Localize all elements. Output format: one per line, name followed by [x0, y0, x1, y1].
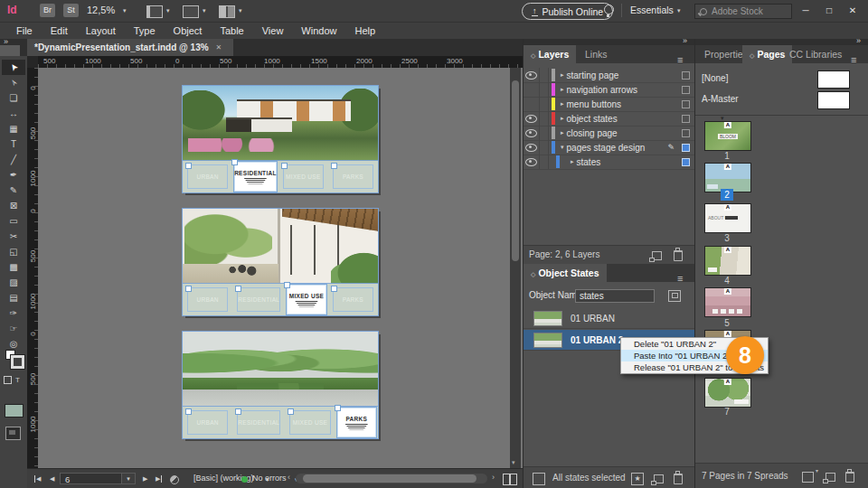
error-status[interactable]: No errors	[252, 474, 287, 483]
new-state-options-icon[interactable]: ★	[631, 473, 644, 485]
tab-close-icon[interactable]: ✕	[216, 43, 222, 52]
object-name-input[interactable]	[575, 289, 655, 303]
horizontal-scrollbar[interactable]	[296, 474, 487, 483]
note-tool[interactable]: ▤	[2, 290, 25, 305]
house-render-image[interactable]	[183, 86, 378, 161]
page-thumbnail-1[interactable]: A BLOOM	[704, 121, 751, 151]
collapse-panels-icon[interactable]: »	[683, 36, 687, 45]
gradient-tool[interactable]: ▩	[2, 259, 25, 275]
next-page-button[interactable]: ▶	[143, 475, 147, 483]
urban-button[interactable]: URBAN	[187, 287, 228, 312]
gradient-feather-tool[interactable]: ▨	[2, 275, 25, 290]
scroll-right-icon[interactable]: ›	[492, 473, 495, 482]
visibility-eye-icon[interactable]	[525, 115, 537, 123]
bridge-button[interactable]: Br	[40, 4, 55, 17]
vertical-ruler[interactable]: 050010000500100005001000	[27, 68, 38, 468]
mixed-use-button[interactable]: MIXED USE	[283, 164, 324, 189]
urban-button[interactable]: URBAN	[187, 164, 228, 189]
expand-arrow-icon[interactable]: ▸	[561, 86, 564, 93]
layer-select-square[interactable]	[682, 100, 690, 108]
layer-row-navigation-arrows[interactable]: ▸ navigation arrows	[524, 82, 695, 98]
page-tool[interactable]: ❏	[2, 90, 25, 106]
adobe-stock-search-input[interactable]: Adobe Stock	[694, 4, 792, 19]
document-canvas[interactable]: URBAN RESIDENTIAL MIXED USE PARKS URBAN …	[38, 68, 523, 468]
spread-page-parks[interactable]: URBAN RESIDENTIAL MIXED USE PARKS	[183, 332, 378, 438]
page-thumbnail-3[interactable]: A ABOUT US	[704, 203, 751, 233]
layer-row-menu-buttons[interactable]: ▸ menu buttons	[524, 97, 695, 112]
hand-tool[interactable]: ☞	[2, 321, 25, 336]
menu-type[interactable]: Type	[125, 25, 165, 36]
preflight-icon[interactable]	[170, 475, 179, 484]
tab-cc-libraries[interactable]: CC Libraries	[782, 45, 849, 63]
free-transform-tool[interactable]: ◱	[2, 244, 25, 259]
visibility-eye-empty[interactable]	[524, 82, 540, 97]
eyedropper-tool[interactable]: ✑	[2, 305, 25, 321]
stock-badge-button[interactable]: St	[63, 4, 79, 17]
menu-layout[interactable]: Layout	[77, 25, 125, 36]
screen-mode-preview-button[interactable]	[5, 427, 21, 440]
tab-layers[interactable]: ◇Layers	[524, 45, 576, 63]
menu-window[interactable]: Window	[292, 25, 345, 36]
expand-arrow-icon[interactable]: ▸	[561, 71, 564, 79]
last-page-button[interactable]: ▶	[156, 475, 162, 483]
spread-view-icon[interactable]	[503, 474, 517, 485]
layer-select-square[interactable]	[682, 86, 690, 94]
screen-mode-chevron-icon[interactable]: ▾	[203, 7, 206, 14]
menu-table[interactable]: Table	[211, 25, 252, 36]
document-tab[interactable]: *DynamicPresentation_start.indd @ 13% ✕	[27, 39, 233, 56]
page-thumbnail-4[interactable]: A	[704, 246, 751, 276]
residential-button[interactable]: RESIDENTIAL	[237, 287, 280, 312]
layer-row-pages-stage-design[interactable]: ▾ pages stage design ✎	[524, 140, 695, 155]
type-tool[interactable]: T	[2, 136, 25, 152]
frame-tool[interactable]: ⊠	[2, 198, 25, 213]
delete-page-icon[interactable]	[845, 472, 854, 483]
scissors-tool[interactable]: ✂	[2, 229, 25, 244]
visibility-eye-icon[interactable]	[525, 71, 537, 80]
arrange-chevron-icon[interactable]: ▾	[239, 7, 242, 14]
parks-button[interactable]: PARKS	[333, 287, 373, 312]
page-number-field[interactable]: 6 ▾	[60, 473, 136, 484]
maximize-button[interactable]: □	[819, 3, 839, 18]
page-number-5[interactable]: 5	[704, 318, 750, 328]
menu-help[interactable]: Help	[345, 25, 384, 36]
page-number-3[interactable]: 3	[704, 233, 750, 243]
park-render-image[interactable]	[183, 332, 378, 407]
horizontal-scrollbar-thumb[interactable]	[303, 474, 476, 483]
layer-row-closing-page[interactable]: ▸ closing page	[524, 126, 695, 141]
scroll-down-icon[interactable]: ▾	[512, 459, 515, 466]
layer-select-square[interactable]	[682, 144, 690, 152]
panel-menu-icon[interactable]: ≡	[851, 54, 856, 65]
first-page-button[interactable]: ◀	[34, 475, 41, 483]
page-thumbnail-7[interactable]: A	[704, 378, 751, 408]
pen-tool[interactable]: ✒	[2, 167, 25, 183]
vertical-scrollbar-thumb[interactable]	[512, 80, 519, 261]
layer-select-square[interactable]	[682, 71, 690, 80]
content-collector-tool[interactable]: ▦	[2, 121, 25, 136]
page-number-chevron-icon[interactable]: ▾	[121, 474, 135, 483]
delete-state-icon[interactable]	[674, 474, 683, 484]
expand-arrow-icon[interactable]: ▸	[571, 158, 574, 165]
layer-row-object-states[interactable]: ▸ object states	[524, 111, 695, 127]
tab-object-states[interactable]: ◇Object States	[524, 264, 607, 282]
spread-page-mixed-use[interactable]: URBAN RESIDENTIAL MIXED USE PARKS	[183, 209, 378, 315]
layer-select-square[interactable]	[682, 158, 690, 166]
preview-state-icon[interactable]	[533, 473, 545, 485]
gap-tool[interactable]: ↔	[2, 106, 25, 121]
pencil-tool[interactable]: ✎	[2, 183, 25, 198]
direct-selection-tool[interactable]: ➢	[2, 75, 25, 90]
spread-page-residential[interactable]: URBAN RESIDENTIAL MIXED USE PARKS	[183, 86, 378, 192]
state-row-01-urban[interactable]: 01 URBAN	[524, 308, 695, 329]
urban-button[interactable]: URBAN	[187, 410, 228, 435]
mixed-use-button[interactable]: MIXED USE	[286, 284, 326, 315]
view-options-chevron-icon[interactable]: ▾	[166, 7, 170, 14]
layer-row-starting-page[interactable]: ▸ starting page	[524, 68, 695, 83]
expand-arrow-icon[interactable]: ▸	[561, 100, 564, 108]
panel-menu-icon[interactable]: ≡	[677, 54, 683, 65]
fill-stroke-swatches[interactable]	[5, 350, 22, 366]
line-tool[interactable]: ╱	[2, 152, 25, 167]
formatting-container-icon[interactable]	[4, 376, 12, 384]
master-thumbnail[interactable]	[817, 70, 850, 89]
new-layer-icon[interactable]	[652, 251, 662, 260]
master-thumbnail[interactable]	[817, 91, 850, 109]
zoom-level-value[interactable]: 12,5%	[87, 5, 115, 15]
